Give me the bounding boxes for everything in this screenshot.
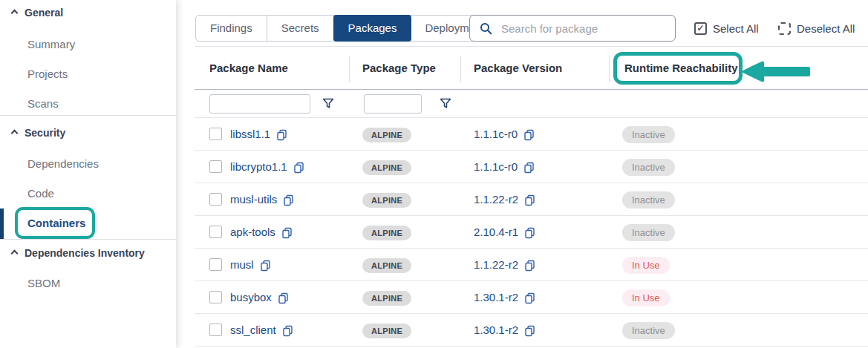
copy-icon[interactable] bbox=[283, 194, 294, 206]
runtime-reachability-badge: Inactive bbox=[622, 126, 675, 143]
filter-funnel-icon[interactable] bbox=[322, 98, 334, 112]
tab-secrets[interactable]: Secrets bbox=[267, 16, 334, 41]
deselect-all-label: Deselect All bbox=[797, 22, 855, 35]
package-version-text: 1.1.22-r2 bbox=[474, 193, 518, 206]
col-header-runtime-reachability[interactable]: Runtime Reachability bbox=[624, 62, 738, 74]
copy-icon[interactable] bbox=[524, 194, 535, 206]
package-name-link[interactable]: musl-utils bbox=[230, 193, 277, 206]
row-checkbox[interactable] bbox=[209, 193, 222, 206]
main-content: Findings Secrets Packages Deployments ✓ … bbox=[176, 0, 868, 348]
chevron-up-icon[interactable] bbox=[11, 130, 19, 137]
copy-icon[interactable] bbox=[293, 162, 304, 174]
tab-group: Findings Secrets Packages Deployments bbox=[195, 15, 505, 42]
copy-icon[interactable] bbox=[260, 260, 271, 272]
package-name-link[interactable]: busybox bbox=[230, 291, 272, 303]
sidebar-divider bbox=[0, 115, 176, 116]
table-row: musl ALPINE 1.1.22-r2 In Use bbox=[195, 249, 868, 281]
select-all-button[interactable]: ✓ Select All bbox=[694, 19, 759, 37]
package-name-link[interactable]: ssl_client bbox=[230, 324, 276, 336]
package-version-text: 2.10.4-r1 bbox=[474, 226, 518, 238]
row-checkbox[interactable] bbox=[209, 226, 222, 238]
package-version-text: 1.1.1c-r0 bbox=[474, 128, 518, 140]
sidebar-section-general[interactable]: General bbox=[25, 7, 63, 19]
package-version-text: 1.1.22-r2 bbox=[474, 258, 518, 271]
sidebar-item-sbom[interactable]: SBOM bbox=[27, 277, 60, 289]
chevron-up-icon[interactable] bbox=[11, 250, 19, 257]
app-window: General Summary Projects Scans Security … bbox=[0, 0, 868, 348]
table-row: musl-utils ALPINE 1.1.22-r2 Inactive bbox=[195, 183, 868, 216]
runtime-reachability-badge: Inactive bbox=[622, 224, 675, 241]
toolbar: Findings Secrets Packages Deployments ✓ … bbox=[176, 15, 868, 42]
package-name-link[interactable]: musl bbox=[230, 258, 254, 271]
search-icon bbox=[480, 22, 492, 35]
column-separator bbox=[460, 56, 461, 82]
sidebar-divider bbox=[0, 239, 176, 240]
select-all-label: Select All bbox=[713, 22, 759, 35]
col-header-package-name[interactable]: Package Name bbox=[209, 62, 288, 74]
chevron-up-icon[interactable] bbox=[11, 10, 19, 17]
row-checkbox[interactable] bbox=[209, 324, 222, 336]
copy-icon[interactable] bbox=[523, 162, 535, 174]
search-input[interactable] bbox=[501, 22, 665, 35]
copy-icon[interactable] bbox=[524, 292, 535, 304]
package-search[interactable] bbox=[469, 15, 676, 42]
package-type-badge: ALPINE bbox=[362, 226, 411, 240]
sidebar-section-dependencies-inventory[interactable]: Dependencies Inventory bbox=[25, 247, 145, 259]
sidebar-item-scans[interactable]: Scans bbox=[27, 97, 59, 110]
package-name-link[interactable]: libcrypto1.1 bbox=[230, 160, 287, 173]
sidebar: General Summary Projects Scans Security … bbox=[0, 0, 176, 348]
copy-icon[interactable] bbox=[523, 129, 535, 141]
row-checkbox[interactable] bbox=[209, 258, 222, 271]
table-row: busybox ALPINE 1.30.1-r2 In Use bbox=[195, 281, 868, 314]
sidebar-item-projects[interactable]: Projects bbox=[27, 68, 68, 80]
package-type-badge: ALPINE bbox=[362, 258, 411, 273]
filter-input-package-type[interactable] bbox=[364, 94, 422, 114]
package-type-badge: ALPINE bbox=[362, 128, 411, 142]
runtime-reachability-badge: Inactive bbox=[622, 322, 675, 339]
copy-icon[interactable] bbox=[524, 260, 535, 272]
copy-icon[interactable] bbox=[278, 292, 289, 304]
runtime-reachability-badge: In Use bbox=[622, 257, 670, 274]
runtime-reachability-badge: Inactive bbox=[622, 191, 675, 209]
filter-input-package-name[interactable] bbox=[209, 94, 310, 114]
dashed-square-icon bbox=[778, 22, 791, 35]
package-version-text: 1.1.1c-r0 bbox=[474, 160, 518, 173]
row-checkbox[interactable] bbox=[209, 160, 222, 173]
sidebar-section-security[interactable]: Security bbox=[25, 127, 65, 139]
column-separator bbox=[349, 56, 350, 82]
package-type-badge: ALPINE bbox=[362, 160, 411, 175]
active-item-indicator bbox=[0, 209, 4, 239]
row-checkbox[interactable] bbox=[209, 291, 222, 303]
col-header-package-type[interactable]: Package Type bbox=[362, 62, 436, 74]
package-name-link[interactable]: libssl1.1 bbox=[230, 128, 270, 140]
tab-findings[interactable]: Findings bbox=[196, 16, 267, 41]
row-checkbox[interactable] bbox=[209, 128, 222, 140]
package-version-text: 1.30.1-r2 bbox=[474, 291, 518, 303]
deselect-all-button[interactable]: Deselect All bbox=[778, 19, 855, 37]
runtime-reachability-badge: Inactive bbox=[622, 159, 675, 176]
sidebar-item-dependencies[interactable]: Dependencies bbox=[27, 157, 99, 170]
sidebar-item-summary[interactable]: Summary bbox=[27, 38, 75, 50]
checked-checkbox-icon: ✓ bbox=[694, 22, 707, 35]
copy-icon[interactable] bbox=[281, 227, 293, 239]
table-header: Package Name Package Type Package Versio… bbox=[195, 47, 868, 90]
table-row: libssl1.1 ALPINE 1.1.1c-r0 Inactive bbox=[195, 118, 868, 151]
tab-packages[interactable]: Packages bbox=[333, 15, 412, 42]
package-type-badge: ALPINE bbox=[362, 193, 411, 208]
col-header-package-version[interactable]: Package Version bbox=[474, 62, 562, 74]
runtime-reachability-badge: In Use bbox=[622, 289, 670, 306]
package-name-link[interactable]: apk-tools bbox=[230, 226, 275, 238]
sidebar-item-containers[interactable]: Containers bbox=[27, 217, 85, 229]
annotation-arrow-icon bbox=[742, 60, 813, 86]
copy-icon[interactable] bbox=[524, 227, 535, 239]
filter-funnel-icon[interactable] bbox=[440, 98, 451, 112]
sidebar-item-code[interactable]: Code bbox=[27, 187, 54, 200]
column-separator bbox=[609, 56, 610, 82]
copy-icon[interactable] bbox=[276, 129, 287, 141]
table-row: apk-tools ALPINE 2.10.4-r1 Inactive bbox=[195, 216, 868, 249]
copy-icon[interactable] bbox=[282, 325, 293, 337]
copy-icon[interactable] bbox=[524, 325, 535, 337]
table-row: libcrypto1.1 ALPINE 1.1.1c-r0 Inactive bbox=[195, 151, 868, 183]
table-row: ssl_client ALPINE 1.30.1-r2 Inactive bbox=[195, 314, 868, 347]
package-version-text: 1.30.1-r2 bbox=[474, 324, 518, 336]
